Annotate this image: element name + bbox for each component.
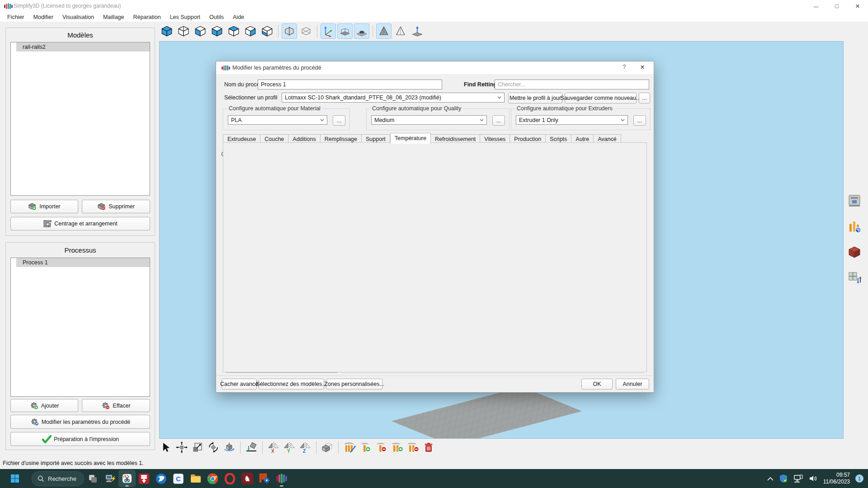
axes-icon[interactable] bbox=[321, 23, 336, 39]
model-cube-icon[interactable] bbox=[847, 245, 862, 261]
quality-select[interactable]: Medium bbox=[371, 115, 487, 125]
move-icon[interactable] bbox=[175, 441, 189, 454]
process-panel: Processus Process 1 Ajouter Effacer Modi… bbox=[5, 242, 155, 450]
ok-button[interactable]: OK bbox=[581, 379, 613, 389]
dialog-close-button[interactable]: × bbox=[637, 63, 648, 72]
menu-modifier[interactable]: Modifier bbox=[29, 14, 58, 20]
minimize-button[interactable]: — bbox=[806, 0, 826, 12]
grid-arrows-icon[interactable] bbox=[847, 271, 862, 286]
printer-panel-icon[interactable] bbox=[847, 193, 862, 209]
horse-app-button[interactable]: ♞ bbox=[239, 470, 256, 487]
add-process-button[interactable]: Ajouter bbox=[10, 399, 78, 412]
duplicate-cube-icon[interactable] bbox=[321, 441, 334, 454]
process-list[interactable]: Process 1 bbox=[10, 258, 150, 397]
material-select[interactable]: PLA bbox=[228, 115, 327, 125]
security-shield-icon[interactable] bbox=[779, 474, 788, 483]
save-as-new-button[interactable]: Sauvegarder comme nouveau... bbox=[565, 93, 637, 103]
rotate-icon[interactable] bbox=[207, 441, 220, 454]
cube-solid2-icon[interactable] bbox=[209, 23, 225, 39]
solid-model-icon[interactable] bbox=[376, 23, 392, 39]
cube-solid-icon[interactable] bbox=[159, 23, 175, 39]
tray-clock[interactable]: 09:57 11/06/2023 bbox=[823, 472, 850, 485]
explorer-button[interactable] bbox=[187, 470, 204, 487]
c-app-button[interactable]: C bbox=[170, 470, 187, 487]
select-cursor-icon[interactable] bbox=[159, 441, 173, 454]
menu-reparation[interactable]: Réparation bbox=[129, 14, 165, 20]
wireframe-toggle-icon[interactable] bbox=[298, 23, 314, 39]
toolbar-separator bbox=[338, 441, 339, 454]
select-models-button[interactable]: Sélectionnez des modèles... bbox=[259, 379, 324, 389]
menu-visualisation[interactable]: Visualisation bbox=[58, 14, 99, 20]
snipping-tool-button[interactable] bbox=[118, 470, 136, 487]
dialog-help-button[interactable]: ? bbox=[618, 64, 630, 72]
edit-process-settings-button[interactable]: Modifier les paramètres du procédé bbox=[10, 415, 150, 429]
cube-side-face-icon[interactable] bbox=[243, 23, 258, 39]
process-name-input[interactable] bbox=[258, 80, 442, 89]
toolpath-layers-icon[interactable] bbox=[847, 219, 862, 235]
start-button[interactable] bbox=[6, 470, 24, 487]
find-setting-input[interactable] bbox=[495, 80, 649, 89]
task-view-button[interactable] bbox=[84, 470, 101, 487]
delete-model-button[interactable]: Supprimer bbox=[82, 200, 150, 213]
update-profile-button[interactable]: Mettre le profil à jour bbox=[508, 93, 562, 103]
profile-more-button[interactable]: ... bbox=[639, 93, 650, 103]
wireframe-model-icon[interactable] bbox=[393, 23, 408, 39]
scale-icon[interactable] bbox=[191, 441, 204, 454]
custom-zones-button[interactable]: Zones personnalisées... bbox=[326, 379, 382, 389]
mirror-z-icon[interactable]: Z bbox=[298, 441, 312, 454]
cube-edges-icon[interactable] bbox=[259, 23, 275, 39]
mirror-y-icon[interactable]: Y bbox=[283, 441, 296, 454]
hide-advanced-button[interactable]: Cacher avancé bbox=[222, 379, 257, 389]
cube-wireframe-icon[interactable] bbox=[176, 23, 191, 39]
network-display-icon[interactable] bbox=[793, 474, 803, 483]
prepare-print-button[interactable]: Préparation à l'impression bbox=[10, 432, 150, 446]
support-generate-icon[interactable] bbox=[343, 441, 356, 454]
center-arrange-button[interactable]: Centrage et arrangement bbox=[10, 217, 150, 230]
cube-bottom-face-icon[interactable] bbox=[193, 23, 208, 39]
menu-fichier[interactable]: Fichier bbox=[3, 14, 29, 20]
models-list[interactable]: rail-rails2 bbox=[10, 42, 150, 196]
volume-icon[interactable] bbox=[809, 475, 818, 482]
lay-flat-icon[interactable] bbox=[245, 441, 258, 454]
menu-outils[interactable]: Outils bbox=[205, 14, 228, 20]
free-rotate-icon[interactable] bbox=[222, 441, 236, 454]
system-tray: 09:57 11/06/2023 1 bbox=[767, 469, 868, 488]
maximize-button[interactable]: □ bbox=[826, 0, 847, 12]
thunderbird-button[interactable] bbox=[153, 470, 170, 487]
menu-aide[interactable]: Aide bbox=[228, 14, 249, 20]
freecad-button[interactable] bbox=[256, 470, 273, 487]
list-item[interactable]: rail-rails2 bbox=[16, 42, 150, 52]
trash-icon[interactable] bbox=[422, 441, 435, 454]
list-item[interactable]: Process 1 bbox=[16, 258, 150, 267]
opera-button[interactable] bbox=[222, 470, 239, 487]
support-remove-icon[interactable] bbox=[374, 441, 388, 454]
jdownloader-button[interactable] bbox=[136, 470, 153, 487]
extruders-select[interactable]: Extruder 1 Only bbox=[516, 115, 628, 125]
extruders-more-button[interactable]: ... bbox=[633, 115, 646, 126]
cube-top-face-icon[interactable] bbox=[226, 23, 241, 39]
close-button[interactable]: × bbox=[847, 0, 868, 12]
chrome-button[interactable] bbox=[204, 470, 222, 487]
remote-pc-button[interactable]: ⚡ bbox=[101, 470, 118, 487]
shadow-icon[interactable] bbox=[354, 23, 369, 39]
notification-badge[interactable]: 1 bbox=[855, 474, 863, 483]
material-more-button[interactable]: ... bbox=[333, 115, 345, 126]
cross-section-icon[interactable] bbox=[282, 23, 297, 39]
support-group-remove-icon[interactable] bbox=[406, 441, 420, 454]
cancel-button[interactable]: Annuler bbox=[616, 379, 649, 389]
quality-more-button[interactable]: ... bbox=[492, 115, 505, 126]
support-add-icon[interactable] bbox=[359, 441, 372, 454]
tab-temperature[interactable]: Température bbox=[390, 133, 431, 144]
taskbar-search[interactable]: Recherche bbox=[32, 471, 84, 486]
tray-chevron-up-icon[interactable] bbox=[767, 477, 774, 481]
menu-maillage[interactable]: Maillage bbox=[99, 14, 129, 20]
build-volume-icon[interactable] bbox=[337, 23, 353, 39]
profile-select[interactable]: Lotmaxx SC-10 Shark_dtandard_PTFE_08_06_… bbox=[282, 93, 505, 103]
mirror-x-icon[interactable]: X bbox=[267, 441, 280, 454]
menu-les-support[interactable]: Les Support bbox=[165, 14, 205, 20]
bed-arrow-icon[interactable] bbox=[410, 23, 425, 39]
import-button[interactable]: Importer bbox=[10, 200, 78, 213]
simplify3d-taskbar-button[interactable] bbox=[273, 470, 290, 487]
clear-process-button[interactable]: Effacer bbox=[82, 399, 150, 412]
support-group-add-icon[interactable] bbox=[390, 441, 404, 454]
